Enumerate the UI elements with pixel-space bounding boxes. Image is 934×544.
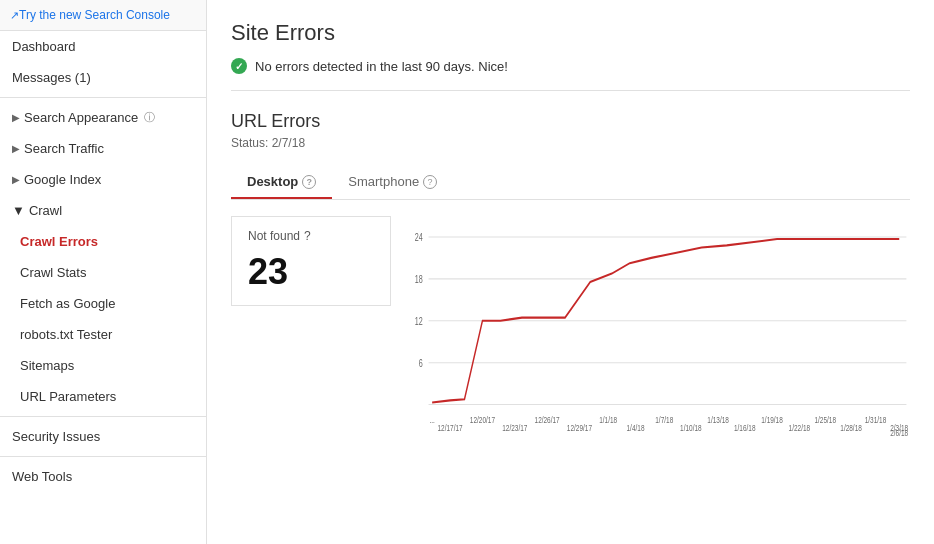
main-content: Site Errors ✓ No errors detected in the … [207,0,934,544]
y-label-18: 18 [415,274,423,286]
sidebar-section-crawl[interactable]: ▼ Crawl [0,195,206,226]
not-found-text: Not found [248,229,300,243]
x-label-1217: 12/17/17 [438,423,464,433]
line-chart-svg: 24 18 12 6 ... 12/17/17 12/20/17 12/23/1… [407,216,910,436]
url-parameters-label: URL Parameters [20,389,116,404]
sitemaps-label: Sitemaps [20,358,74,373]
y-label-12: 12 [415,316,423,328]
robots-tester-label: robots.txt Tester [20,327,112,342]
site-errors-banner: ✓ No errors detected in the last 90 days… [231,58,910,91]
arrow-icon: ▶ [12,143,20,154]
security-issues-label: Security Issues [12,429,100,444]
crawl-stats-label: Crawl Stats [20,265,86,280]
sidebar-item-url-parameters[interactable]: URL Parameters [0,381,206,412]
not-found-count: 23 [248,251,374,293]
try-new-banner[interactable]: ↗ Try the new Search Console [0,0,206,31]
dashboard-label: Dashboard [12,39,76,54]
not-found-label-row: Not found ? [248,229,374,243]
fetch-as-google-label: Fetch as Google [20,296,115,311]
search-appearance-label: Search Appearance [24,110,138,125]
x-label-0110: 1/10/18 [680,423,702,433]
x-label-0131: 1/31/18 [865,415,887,425]
no-errors-text: No errors detected in the last 90 days. … [255,59,508,74]
smartphone-help-icon[interactable]: ? [423,175,437,189]
sidebar-item-crawl-stats[interactable]: Crawl Stats [0,257,206,288]
y-label-24: 24 [415,232,423,244]
sidebar-item-dashboard[interactable]: Dashboard [0,31,206,62]
url-errors-title: URL Errors [231,111,910,132]
sidebar-item-web-tools[interactable]: Web Tools [0,461,206,492]
x-label-0128: 1/28/18 [840,423,862,433]
x-label-0122: 1/22/18 [789,423,811,433]
sidebar-item-messages[interactable]: Messages (1) [0,62,206,93]
sidebar-item-sitemaps[interactable]: Sitemaps [0,350,206,381]
tab-desktop-label: Desktop [247,174,298,189]
try-new-link[interactable]: Try the new Search Console [19,8,170,22]
sidebar-section-search-appearance[interactable]: ▶ Search Appearance ⓘ [0,102,206,133]
tabs-container: Desktop ? Smartphone ? [231,166,910,200]
page-title: Site Errors [231,20,910,46]
desktop-help-icon[interactable]: ? [302,175,316,189]
chart-wrapper: Not found ? 23 24 18 12 6 [231,216,910,436]
web-tools-label: Web Tools [12,469,72,484]
messages-label: Messages (1) [12,70,91,85]
tab-smartphone-label: Smartphone [348,174,419,189]
x-label-0104: 1/4/18 [627,423,645,433]
not-found-card: Not found ? 23 [231,216,391,306]
x-label-1226: 12/26/17 [535,415,561,425]
x-label-0119: 1/19/18 [761,415,783,425]
x-label-0206: 2/6/18 [890,428,908,436]
line-chart-container: 24 18 12 6 ... 12/17/17 12/20/17 12/23/1… [407,216,910,436]
not-found-help-icon[interactable]: ? [304,229,311,243]
arrow-icon: ▶ [12,174,20,185]
x-label-0113: 1/13/18 [707,415,729,425]
x-label-0107: 1/7/18 [655,415,673,425]
sidebar-item-fetch-as-google[interactable]: Fetch as Google [0,288,206,319]
arrow-down-icon: ▼ [12,203,25,218]
search-traffic-label: Search Traffic [24,141,104,156]
sidebar-item-crawl-errors[interactable]: Crawl Errors [0,226,206,257]
crawl-label: Crawl [29,203,62,218]
crawl-errors-label: Crawl Errors [20,234,98,249]
external-link-icon: ↗ [10,9,19,22]
arrow-icon: ▶ [12,112,20,123]
x-label-dots: ... [429,415,434,425]
x-label-1220: 12/20/17 [470,415,496,425]
y-label-6: 6 [419,358,423,370]
sidebar: ↗ Try the new Search Console Dashboard M… [0,0,207,544]
google-index-label: Google Index [24,172,101,187]
tab-desktop[interactable]: Desktop ? [231,166,332,199]
sidebar-section-search-traffic[interactable]: ▶ Search Traffic [0,133,206,164]
x-label-0125: 1/25/18 [814,415,836,425]
x-label-0116: 1/16/18 [734,423,756,433]
x-label-0101: 1/1/18 [599,415,617,425]
sidebar-item-security-issues[interactable]: Security Issues [0,421,206,452]
info-icon: ⓘ [144,110,155,125]
status-label: Status: 2/7/18 [231,136,910,150]
check-icon: ✓ [231,58,247,74]
x-label-1223: 12/23/17 [502,423,528,433]
x-label-1229: 12/29/17 [567,423,593,433]
sidebar-item-robots-tester[interactable]: robots.txt Tester [0,319,206,350]
sidebar-section-google-index[interactable]: ▶ Google Index [0,164,206,195]
tab-smartphone[interactable]: Smartphone ? [332,166,453,199]
